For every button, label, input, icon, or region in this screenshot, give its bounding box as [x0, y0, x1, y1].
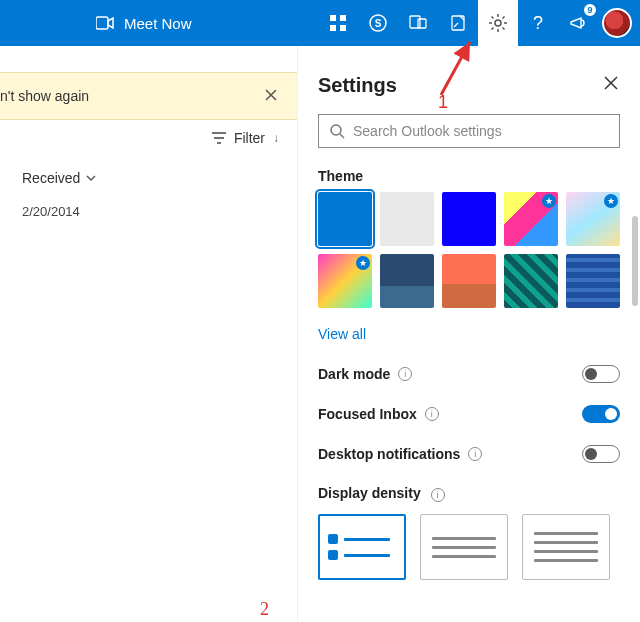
skype-icon: S — [369, 14, 387, 32]
desktop-notifications-toggle[interactable] — [582, 445, 620, 463]
density-full[interactable] — [318, 514, 406, 580]
filter-button[interactable]: Filter ↓ — [0, 120, 297, 156]
theme-tile-darkblue[interactable] — [442, 192, 496, 246]
svg-rect-4 — [340, 25, 346, 31]
scrollbar[interactable] — [632, 216, 638, 516]
theme-grid: ★ ★ ★ — [318, 192, 620, 308]
meet-now-button[interactable]: Meet Now — [96, 15, 192, 32]
theme-label: Theme — [318, 168, 620, 184]
gear-icon — [488, 13, 508, 33]
theme-tile-unicorn[interactable]: ★ — [318, 254, 372, 308]
teams-icon — [409, 14, 427, 32]
megaphone-icon — [569, 14, 587, 32]
star-icon: ★ — [356, 256, 370, 270]
notes-button[interactable] — [438, 0, 478, 46]
annotation-2: 2 — [260, 599, 269, 620]
meet-now-label: Meet Now — [124, 15, 192, 32]
density-options — [318, 514, 620, 580]
settings-button[interactable] — [478, 0, 518, 46]
theme-tile-blueprint[interactable] — [566, 254, 620, 308]
filter-icon — [212, 132, 226, 144]
theme-tile-circuit[interactable] — [504, 254, 558, 308]
density-medium[interactable] — [420, 514, 508, 580]
close-icon — [265, 89, 277, 101]
dark-mode-label: Dark mode — [318, 366, 390, 382]
star-icon: ★ — [542, 194, 556, 208]
info-icon[interactable]: i — [425, 407, 439, 421]
settings-search-input[interactable] — [353, 123, 609, 139]
desktop-notifications-label: Desktop notifications — [318, 446, 460, 462]
theme-tile-ribbon[interactable]: ★ — [566, 192, 620, 246]
message-date[interactable]: 2/20/2014 — [0, 196, 297, 227]
settings-close[interactable] — [602, 72, 620, 98]
display-density-label: Display density — [318, 485, 421, 501]
info-bar-text: n't show again — [0, 88, 89, 104]
notes-icon — [449, 14, 467, 32]
info-icon[interactable]: i — [431, 488, 445, 502]
svg-rect-8 — [418, 19, 426, 28]
group-label: Received — [22, 170, 80, 186]
announcements-button[interactable]: 9 — [558, 0, 598, 46]
info-icon[interactable]: i — [468, 447, 482, 461]
search-icon — [329, 123, 345, 139]
chevron-down-icon — [86, 175, 96, 181]
theme-tile-beach[interactable] — [442, 254, 496, 308]
info-icon[interactable]: i — [398, 367, 412, 381]
density-compact[interactable] — [522, 514, 610, 580]
app-launcher-button[interactable] — [318, 0, 358, 46]
theme-tile-mountain[interactable] — [380, 254, 434, 308]
svg-point-10 — [495, 20, 501, 26]
skype-button[interactable]: S — [358, 0, 398, 46]
svg-text:S: S — [375, 18, 382, 29]
theme-tile-balloons[interactable]: ★ — [504, 192, 558, 246]
notification-badge: 9 — [584, 4, 596, 16]
info-bar: n't show again — [0, 72, 297, 120]
focused-inbox-label: Focused Inbox — [318, 406, 417, 422]
svg-rect-0 — [96, 17, 108, 29]
settings-search[interactable] — [318, 114, 620, 148]
help-icon: ? — [533, 13, 543, 34]
help-button[interactable]: ? — [518, 0, 558, 46]
settings-panel: Settings Theme ★ ★ ★ View all Dark mode — [298, 46, 640, 622]
close-icon — [604, 76, 618, 90]
theme-tile-blue[interactable] — [318, 192, 372, 246]
svg-rect-2 — [340, 15, 346, 21]
video-icon — [96, 16, 114, 30]
teams-button[interactable] — [398, 0, 438, 46]
svg-point-11 — [331, 125, 341, 135]
dark-mode-toggle[interactable] — [582, 365, 620, 383]
settings-title: Settings — [318, 74, 397, 97]
view-all-link[interactable]: View all — [318, 326, 366, 342]
top-bar: Meet Now S ? 9 — [0, 0, 640, 46]
focused-inbox-toggle[interactable] — [582, 405, 620, 423]
grid-icon — [330, 15, 346, 31]
svg-rect-3 — [330, 25, 336, 31]
theme-tile-lightgray[interactable] — [380, 192, 434, 246]
mail-list-pane: n't show again Filter ↓ Received 2/20/20… — [0, 46, 298, 622]
filter-label: Filter — [234, 130, 265, 146]
avatar[interactable] — [602, 8, 632, 38]
star-icon: ★ — [604, 194, 618, 208]
sort-arrow-icon: ↓ — [273, 131, 279, 145]
group-header[interactable]: Received — [0, 156, 297, 196]
info-bar-close[interactable] — [259, 87, 283, 105]
svg-rect-1 — [330, 15, 336, 21]
